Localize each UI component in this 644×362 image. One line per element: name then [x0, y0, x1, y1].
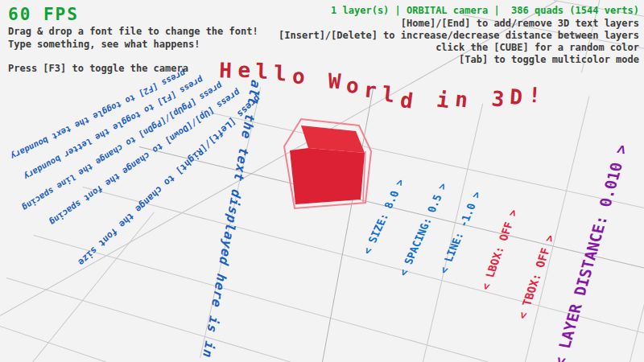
hint-type: Type something, see what happens!	[8, 39, 200, 50]
hint-layers: [Home]/[End] to add/remove 3D text layer…	[401, 18, 639, 29]
label-layer-distance: < LAYER DISTANCE: 0.010 >	[550, 143, 631, 362]
hint-cube-color: click the [CUBE] for a random color	[436, 42, 639, 53]
cube-front-face	[290, 148, 365, 204]
hint-layer-distance: [Insert]/[Delete] to increase/decrease d…	[279, 30, 639, 41]
cube[interactable]	[282, 113, 374, 211]
fps-counter: 60 FPS	[8, 5, 79, 24]
hint-drag-drop: Drag & drop a font file to change the fo…	[8, 26, 258, 37]
label-lbox: < LBOX: OFF >	[478, 208, 520, 291]
hint-camera: Press [F3] to toggle the camera	[8, 63, 188, 74]
status-bar: 1 layer(s) | ORBITAL camera | 386 quads …	[331, 5, 639, 16]
label-tbox: < TBOX: OFF >	[515, 234, 557, 320]
font-demo-viewport[interactable]: press [F2] to toggle the text boundary p…	[0, 0, 644, 362]
hint-multicolor: [Tab] to toggle multicolor mode	[459, 54, 639, 65]
